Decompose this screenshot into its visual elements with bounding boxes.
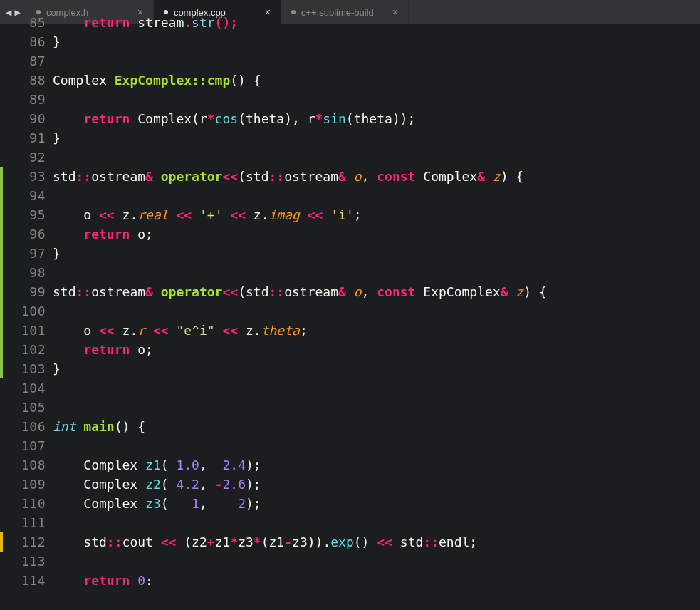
token-base: } [53, 34, 61, 49]
line-number: 105 [3, 398, 46, 417]
token-num: 2.4 [222, 458, 246, 472]
line-number: 114 [3, 571, 46, 590]
token-op: << [99, 323, 115, 338]
code-line[interactable]: return Complex(r*cos(theta), r*sin(theta… [53, 109, 700, 128]
token-op: - [284, 534, 292, 549]
token-base: endl; [439, 534, 477, 549]
token-op: :: [269, 169, 285, 184]
code-line[interactable]: return stream.str(); [53, 13, 700, 32]
token-base: , [199, 496, 238, 511]
code-line[interactable] [53, 552, 700, 571]
token-op: << [99, 207, 115, 222]
code-line[interactable]: std::ostream& operator<<(std::ostream& o… [53, 282, 700, 301]
line-number: 89 [3, 90, 46, 109]
code-line[interactable] [53, 90, 700, 109]
code-line[interactable]: int main() { [53, 417, 700, 436]
code-line[interactable] [53, 513, 700, 532]
token-base [76, 419, 84, 434]
line-number: 95 [3, 205, 46, 224]
token-base: o; [130, 342, 153, 357]
code-area[interactable]: return stream.str();}Complex ExpComplex:… [53, 24, 700, 610]
token-base [53, 573, 83, 588]
token-base [130, 15, 137, 30]
line-number: 94 [3, 186, 46, 205]
token-op: & [145, 284, 161, 299]
token-num: 2.6 [222, 477, 246, 492]
token-base: ostream [91, 169, 145, 184]
token-param: r [137, 323, 145, 338]
token-base: ); [246, 496, 261, 511]
code-line[interactable]: return 0: [53, 571, 700, 590]
token-base: ( [161, 477, 177, 492]
token-def: operator [161, 284, 223, 299]
token-call: exp [330, 534, 354, 549]
code-line[interactable]: } [53, 244, 700, 263]
token-param: imag [269, 207, 300, 222]
token-base [130, 573, 137, 588]
code-line[interactable]: Complex z1( 1.0, 2.4); [53, 455, 700, 475]
code-line[interactable] [53, 148, 700, 167]
token-base [323, 207, 330, 222]
line-number: 100 [3, 301, 46, 321]
code-line[interactable] [53, 263, 700, 282]
code-line[interactable] [53, 378, 700, 398]
code-line[interactable] [53, 186, 700, 205]
token-call: sin [323, 111, 346, 126]
token-op: :: [107, 534, 122, 549]
token-def: ExpComplex::cmp [115, 73, 231, 88]
token-op: << [377, 534, 392, 549]
code-line[interactable]: Complex z2( 4.2, -2.6); [53, 475, 700, 494]
code-line[interactable]: return o; [53, 224, 700, 244]
token-str: '+' [199, 207, 223, 222]
token-param: theta [261, 323, 300, 338]
code-line[interactable]: } [53, 359, 700, 378]
token-base [53, 342, 83, 357]
token-op: << [222, 169, 238, 184]
code-line[interactable]: Complex ExpComplex::cmp() { [53, 71, 700, 90]
token-kw: return [83, 111, 130, 126]
editor[interactable]: 8586878889909192939495969798991001011021… [0, 24, 700, 610]
token-base: (std [238, 169, 268, 184]
token-base: z3)). [292, 534, 330, 549]
token-base: } [53, 361, 61, 376]
token-op: & [338, 169, 346, 184]
token-num: 0 [137, 573, 145, 588]
change-mark [0, 532, 3, 552]
code-line[interactable]: return o; [53, 340, 700, 359]
code-line[interactable]: std::cout << (z2+z1*z3*(z1-z3)).exp() <<… [53, 532, 700, 552]
token-base [169, 207, 177, 222]
token-op: & [477, 169, 485, 184]
code-line[interactable] [53, 398, 700, 417]
token-base: Complex(r [130, 111, 207, 126]
token-base: z. [238, 323, 261, 338]
token-type: int [53, 419, 76, 434]
token-base [346, 284, 354, 299]
token-base [508, 284, 516, 299]
code-line[interactable]: } [53, 128, 700, 148]
line-number: 109 [3, 475, 46, 494]
token-base: () { [230, 73, 261, 88]
line-number: 85 [3, 13, 46, 32]
token-base: } [53, 246, 61, 261]
code-line[interactable] [53, 436, 700, 455]
token-base [222, 207, 230, 222]
token-base: ( [161, 458, 177, 472]
token-base: std [53, 284, 76, 299]
token-op: :: [269, 284, 285, 299]
code-line[interactable] [53, 51, 700, 71]
code-line[interactable]: o << z.real << '+' << z.imag << 'i'; [53, 205, 700, 224]
code-line[interactable]: o << z.r << "e^i" << z.theta; [53, 321, 700, 340]
token-base [300, 207, 308, 222]
line-number: 108 [3, 455, 46, 475]
code-line[interactable]: std::ostream& operator<<(std::ostream& o… [53, 167, 700, 186]
code-line[interactable]: } [53, 32, 700, 51]
code-line[interactable] [53, 301, 700, 321]
token-base: z1 [215, 534, 231, 549]
token-base: ); [246, 458, 261, 472]
token-base: Complex [415, 169, 477, 184]
token-num: 2 [238, 496, 246, 511]
code-line[interactable]: Complex z3( 1, 2); [53, 494, 700, 513]
token-str: 'i' [330, 207, 354, 222]
token-base [169, 323, 177, 338]
token-base: ; [300, 323, 308, 338]
